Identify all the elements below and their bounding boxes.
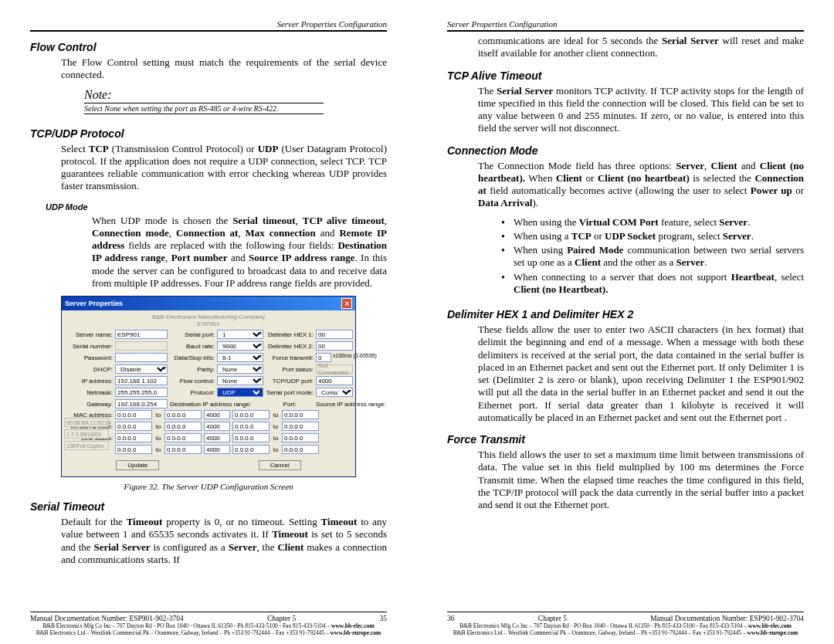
lbl-dsb: Data/Stop bits: — [170, 354, 215, 361]
lbl-ip: IP address: — [66, 378, 113, 385]
list-item: When using a TCP or UDP Socket program, … — [501, 230, 804, 242]
heading-force-transmit: Force Transmit — [447, 433, 804, 446]
r1b[interactable] — [164, 410, 202, 419]
p3[interactable] — [204, 433, 230, 442]
server-properties-dialog: Server Properties ✕ B&B Electronics Manu… — [61, 296, 356, 477]
server-name-input[interactable] — [115, 330, 168, 339]
lbl-parity: Parity: — [170, 366, 215, 373]
footer-line2: B&B Electronics Ltd – Westlink Commercia… — [30, 629, 387, 636]
ip-input[interactable] — [115, 376, 168, 385]
connection-mode-text: The Connection Mode field has three opti… — [478, 160, 804, 210]
s1a[interactable] — [232, 410, 270, 419]
s3a[interactable] — [232, 433, 270, 442]
heading-connection-mode: Connection Mode — [447, 144, 804, 157]
parity-select[interactable]: None — [217, 364, 263, 374]
note-text: Select None when setting the port as RS-… — [84, 104, 324, 113]
lbl-spm: Serial port mode: — [266, 389, 314, 396]
flow-control-text: The Flow Control setting must match the … — [61, 56, 387, 82]
dialog-titlebar[interactable]: Server Properties ✕ — [62, 297, 355, 310]
spm-select[interactable]: Console — [316, 388, 353, 397]
r2a[interactable] — [115, 422, 152, 431]
netmask-input[interactable] — [115, 388, 168, 397]
close-icon[interactable]: ✕ — [341, 298, 352, 309]
password-input[interactable] — [115, 353, 168, 362]
delim1-input[interactable] — [316, 330, 353, 339]
note-box: Note: Select None when setting the port … — [84, 88, 324, 115]
cont-text: communications are ideal for 5 seconds t… — [478, 35, 804, 60]
lbl-src-range: Source IP address range: — [316, 401, 353, 408]
s4b[interactable] — [282, 445, 319, 454]
delimiter-text: These fields allow the user to enter two… — [478, 324, 804, 424]
footer-page-l: 35 — [379, 615, 387, 622]
p2[interactable] — [204, 422, 230, 431]
protocol-select[interactable]: UDP — [217, 388, 263, 397]
lbl-protocol: Protocol: — [170, 389, 215, 396]
r1a[interactable] — [115, 410, 152, 419]
s3b[interactable] — [282, 433, 319, 442]
tcp-udp-text: Select TCP (Transmission Control Protoco… — [61, 143, 387, 193]
s1b[interactable] — [282, 410, 319, 419]
list-item: When using the Virtual COM Port feature,… — [501, 216, 804, 229]
footer-page-r: 36 — [447, 615, 455, 622]
lbl-baud: Baud rate: — [170, 343, 215, 350]
to1s: to — [272, 412, 280, 419]
force-transmit-text: This field allows the user to set a maxi… — [478, 449, 804, 511]
heading-tcp-alive: TCP Alive Timeout — [447, 69, 804, 82]
s4a[interactable] — [232, 445, 270, 454]
p1[interactable] — [204, 410, 230, 419]
footer-left: Manual Documentation Number: ESP901-902-… — [30, 612, 387, 636]
r2b[interactable] — [164, 422, 202, 431]
dhcp-select[interactable]: Disable — [115, 364, 168, 374]
dsb-select[interactable]: 8-1 — [217, 353, 263, 362]
lbl-password: Password: — [66, 354, 113, 361]
mac-field: 00:08:BA:11:02:14 — [64, 418, 109, 427]
lbl-gateway: Gateway: — [66, 401, 113, 408]
r3b[interactable] — [164, 433, 202, 442]
lbl-tcpudpport: TCP/UDP port: — [266, 378, 314, 385]
dialog-title: Server Properties — [65, 300, 123, 307]
footer-line2-r: B&B Electronics Ltd – Westlink Commercia… — [447, 629, 804, 636]
link-field: 100/Full Duplex — [64, 441, 109, 450]
serial-timeout-text: Default for the Timeout property is 0, o… — [61, 516, 387, 566]
running-head-left: Server Properties Configuration — [30, 19, 387, 32]
r4b[interactable] — [164, 445, 202, 454]
lbl-serial-no: Serial number: — [66, 343, 113, 350]
p4[interactable] — [204, 445, 230, 454]
serial-port-select[interactable]: 1 — [217, 330, 263, 339]
list-item: When using Paired Mode communication bet… — [501, 244, 804, 269]
lbl-dhcp: DHCP: — [66, 366, 113, 373]
footer-line1-r: B&B Electronics Mfg Co Inc – 707 Dayton … — [447, 622, 804, 629]
to1: to — [154, 412, 162, 419]
figure-caption: Figure 32. The Server UDP Configuration … — [30, 482, 387, 491]
ver-field: 1.7.3 08/18/04 — [64, 429, 109, 439]
forcetx-input[interactable] — [316, 353, 331, 362]
footer-doc-r: Manual Documentation Number: ESP901-902-… — [650, 615, 804, 622]
heading-delimiter: Delimiter HEX 1 and Delimiter HEX 2 — [447, 308, 804, 320]
udp-mode-text: When UDP mode is chosen the Serial timeo… — [92, 215, 387, 290]
portstat-field: Not Connected — [316, 364, 353, 374]
update-button[interactable]: Update — [116, 460, 159, 470]
delim2-input[interactable] — [316, 341, 353, 351]
tcpudpport-input[interactable] — [316, 376, 353, 385]
lbl-serial-port: Serial port: — [170, 331, 215, 338]
heading-flow-control: Flow Control — [30, 41, 387, 53]
lbl-flow: Flow control: — [170, 378, 215, 385]
s2b[interactable] — [282, 422, 319, 431]
tcp-alive-text: The Serial Server monitors TCP activity.… — [478, 85, 804, 135]
gateway-input[interactable] — [115, 399, 168, 408]
baud-select[interactable]: 9600 — [217, 341, 263, 351]
cancel-button[interactable]: Cancel — [259, 460, 301, 470]
lbl-delim1: Delimiter HEX 1: — [266, 331, 314, 338]
s2a[interactable] — [232, 422, 270, 431]
page-right: Server Properties Configuration communic… — [417, 0, 834, 644]
serial-no-field — [115, 341, 168, 351]
footer-right: 36 Chapter 5 Manual Documentation Number… — [447, 612, 804, 636]
dialog-model: ESP901 — [66, 320, 351, 327]
note-title: Note: — [84, 88, 324, 102]
r3a[interactable] — [115, 433, 152, 442]
page-left: Server Properties Configuration Flow Con… — [0, 0, 417, 644]
r4a[interactable] — [115, 445, 152, 454]
connection-mode-list: When using the Virtual COM Port feature,… — [501, 215, 804, 298]
flow-select[interactable]: None — [217, 376, 263, 385]
lbl-netmask: Netmask: — [66, 389, 113, 396]
